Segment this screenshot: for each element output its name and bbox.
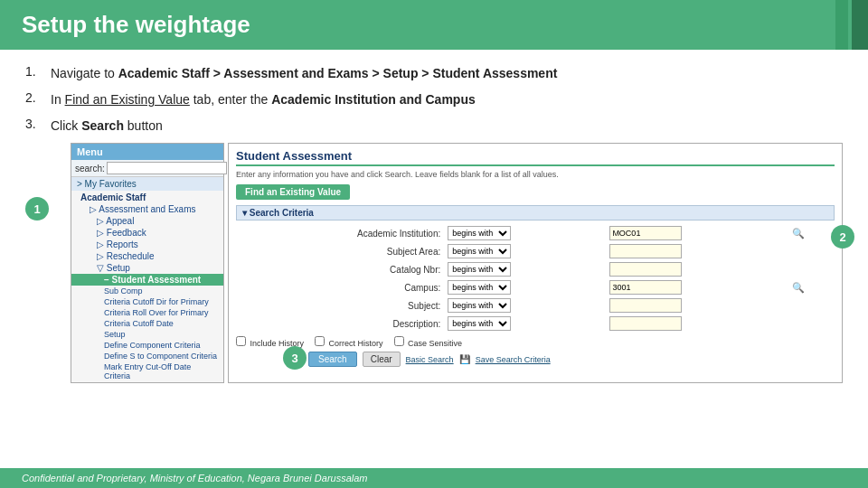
step-3-text: Click Search button bbox=[51, 117, 163, 136]
menu-item-reports[interactable]: ▷ Reports bbox=[71, 239, 223, 250]
menu-item-define-s-component[interactable]: Define S to Component Criteria bbox=[71, 351, 223, 361]
field-label-institution: Academic Institution: bbox=[236, 224, 444, 242]
step-list: 1. Navigate to Academic Staff > Assessme… bbox=[25, 64, 843, 136]
table-row: Description: begins with bbox=[236, 314, 835, 333]
save-search-criteria-link[interactable]: Save Search Criteria bbox=[476, 355, 551, 364]
step-3: 3. Click Search button bbox=[25, 117, 843, 136]
menu-search-row: search: ▶ bbox=[71, 160, 223, 177]
field-op-institution[interactable]: begins with bbox=[444, 224, 606, 242]
accent-bar-1 bbox=[835, 0, 848, 50]
menu-search-input[interactable] bbox=[107, 162, 227, 174]
footer: Confidential and Proprietary, Ministry o… bbox=[0, 468, 868, 488]
checkbox-case-sensitive-label[interactable]: Case Sensitive bbox=[394, 336, 463, 348]
checkbox-correct-history[interactable] bbox=[315, 336, 325, 346]
criteria-table: Academic Institution: begins with 🔍 Subj… bbox=[236, 224, 835, 333]
main-panel-desc: Enter any information you have and click… bbox=[236, 170, 835, 179]
field-input-campus[interactable] bbox=[609, 280, 682, 295]
field-op-subject-select[interactable]: begins with bbox=[448, 298, 511, 313]
field-op-subject-area-select[interactable]: begins with bbox=[448, 244, 511, 258]
field-op-subject[interactable]: begins with bbox=[444, 296, 606, 314]
menu-favorites[interactable]: > My Favorites bbox=[71, 177, 223, 191]
find-existing-value-tab[interactable]: Find an Existing Value bbox=[236, 184, 350, 200]
step-1-text: Navigate to Academic Staff > Assessment … bbox=[51, 64, 557, 83]
screenshot-area: 1 Menu search: ▶ > My Favorites Academic… bbox=[25, 143, 843, 383]
search-button[interactable]: Search bbox=[308, 352, 357, 367]
menu-item-sub-comp[interactable]: Sub Comp bbox=[71, 286, 223, 296]
field-label-subject-area: Subject Area: bbox=[236, 242, 444, 260]
search-criteria-label: ▾ Search Criteria bbox=[242, 208, 314, 218]
field-val-catalog[interactable] bbox=[606, 260, 788, 278]
callout-3: 3 bbox=[283, 346, 307, 370]
menu-item-appeal[interactable]: ▷ Appeal bbox=[71, 215, 223, 227]
field-val-campus[interactable] bbox=[606, 278, 788, 296]
table-row: Academic Institution: begins with 🔍 bbox=[236, 224, 835, 242]
step-1-num: 1. bbox=[25, 64, 51, 79]
search-icon-institution[interactable]: 🔍 bbox=[788, 224, 835, 242]
header: Setup the weightage bbox=[0, 0, 868, 50]
step-2-num: 2. bbox=[25, 90, 51, 105]
action-row: Search Clear Basic Search 💾 Save Search … bbox=[236, 352, 835, 367]
main-panel: Student Assessment Enter any information… bbox=[228, 143, 843, 383]
step-2: 2. In Find an Existing Value tab, enter … bbox=[25, 90, 843, 109]
field-input-subject-area[interactable] bbox=[609, 244, 682, 258]
content-area: 1. Navigate to Academic Staff > Assessme… bbox=[0, 50, 868, 383]
field-label-campus: Campus: bbox=[236, 278, 444, 296]
menu-item-reschedule[interactable]: ▷ Reschedule bbox=[71, 250, 223, 262]
search-criteria-header: ▾ Search Criteria bbox=[236, 205, 835, 221]
field-op-description[interactable]: begins with bbox=[444, 314, 606, 333]
menu-item-setup[interactable]: ▽ Setup bbox=[71, 262, 223, 274]
checkbox-case-sensitive[interactable] bbox=[394, 336, 404, 346]
menu-item-define-component[interactable]: Define Component Criteria bbox=[71, 340, 223, 351]
field-op-campus-select[interactable]: begins with bbox=[448, 280, 511, 295]
field-val-description[interactable] bbox=[606, 314, 788, 333]
menu-item-criteria-cutoff-date[interactable]: Criteria Cutoff Date bbox=[71, 318, 223, 329]
main-panel-title: Student Assessment bbox=[236, 149, 835, 166]
menu-section: Academic Staff ▷ Assessment and Exams ▷ … bbox=[71, 191, 223, 382]
field-op-catalog-select[interactable]: begins with bbox=[448, 262, 511, 277]
field-val-subject-area[interactable] bbox=[606, 242, 788, 260]
checkbox-correct-history-label[interactable]: Correct History bbox=[315, 336, 383, 348]
table-row: Subject: begins with bbox=[236, 296, 835, 314]
menu-item-criteria-rollover[interactable]: Criteria Roll Over for Primary bbox=[71, 307, 223, 318]
step-3-num: 3. bbox=[25, 117, 51, 131]
step-1: 1. Navigate to Academic Staff > Assessme… bbox=[25, 64, 843, 83]
field-input-catalog[interactable] bbox=[609, 262, 682, 277]
menu-item-assessment-exams[interactable]: ▷ Assessment and Exams bbox=[71, 203, 223, 215]
checkbox-row: Include History Correct History Case Sen… bbox=[236, 336, 835, 348]
menu-item-academic-staff[interactable]: Academic Staff bbox=[71, 192, 223, 203]
search-icon-campus[interactable]: 🔍 bbox=[788, 278, 835, 296]
field-label-description: Description: bbox=[236, 314, 444, 333]
clear-button[interactable]: Clear bbox=[363, 352, 401, 367]
footer-text: Confidential and Proprietary, Ministry o… bbox=[22, 473, 368, 483]
menu-item-mark-entry[interactable]: Mark Entry Cut-Off Date Criteria bbox=[71, 361, 223, 381]
field-op-institution-select[interactable]: begins with bbox=[448, 226, 511, 240]
step-2-text: In Find an Existing Value tab, enter the… bbox=[51, 90, 476, 109]
field-op-description-select[interactable]: begins with bbox=[448, 316, 511, 331]
save-icon: 💾 bbox=[459, 354, 470, 364]
field-op-campus[interactable]: begins with bbox=[444, 278, 606, 296]
table-row: Campus: begins with 🔍 bbox=[236, 278, 835, 296]
field-val-institution[interactable] bbox=[606, 224, 788, 242]
field-input-description[interactable] bbox=[609, 316, 682, 331]
field-op-catalog[interactable]: begins with bbox=[444, 260, 606, 278]
menu-header: Menu bbox=[71, 144, 223, 160]
menu-item-setup-sub[interactable]: Setup bbox=[71, 329, 223, 340]
field-input-subject[interactable] bbox=[609, 298, 682, 313]
table-row: Catalog Nbr: begins with bbox=[236, 260, 835, 278]
menu-panel: Menu search: ▶ > My Favorites Academic S… bbox=[71, 143, 224, 383]
basic-search-link[interactable]: Basic Search bbox=[406, 355, 454, 364]
field-val-subject[interactable] bbox=[606, 296, 788, 314]
callout-1: 1 bbox=[25, 197, 49, 221]
table-row: Subject Area: begins with bbox=[236, 242, 835, 260]
menu-item-feedback[interactable]: ▷ Feedback bbox=[71, 227, 223, 239]
menu-item-criteria-cutoff-primary[interactable]: Criteria Cutoff Dir for Primary bbox=[71, 296, 223, 307]
field-op-subject-area[interactable]: begins with bbox=[444, 242, 606, 260]
menu-item-student-assessment[interactable]: − Student Assessment bbox=[71, 274, 223, 286]
callout-2: 2 bbox=[831, 225, 854, 249]
header-accent bbox=[835, 0, 868, 50]
field-label-subject: Subject: bbox=[236, 296, 444, 314]
checkbox-include-history[interactable] bbox=[236, 336, 246, 346]
field-input-institution[interactable] bbox=[609, 226, 682, 240]
menu-search-label: search: bbox=[75, 164, 105, 174]
page-title: Setup the weightage bbox=[22, 11, 250, 39]
